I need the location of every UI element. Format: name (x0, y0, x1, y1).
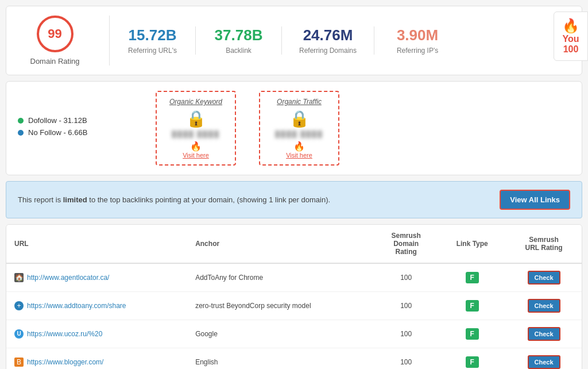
referring-domains-label: Referring Domains (299, 47, 357, 55)
backlinks-table-container: URL Anchor SemrushDomainRating Link Type… (6, 224, 582, 369)
url-link[interactable]: https://www.ucoz.ru/%20 (27, 330, 102, 338)
referring-ips-label: Referring IP's (397, 47, 438, 55)
url-icon: + (14, 301, 24, 310)
cell-check: Check (506, 263, 582, 292)
table-header-row: URL Anchor SemrushDomainRating Link Type… (6, 225, 582, 263)
flame-icon-traffic: 🔥 (293, 141, 305, 152)
dofollow-item: Dofollow - 31.12B (18, 116, 133, 125)
view-all-links-button[interactable]: View All Links (500, 190, 570, 210)
cell-link-type: F (438, 292, 506, 320)
backlink-value: 37.78B (215, 26, 263, 44)
cell-anchor: zero-trust BeyondCorp security model (187, 292, 374, 320)
table-row: + https://www.addtoany.com/share zero-tr… (6, 292, 582, 320)
backlink-stat: 37.78B Backlink (196, 26, 282, 55)
right-score: 100 (563, 44, 579, 55)
middle-card: Dofollow - 31.12B No Follow - 6.66B Orga… (6, 81, 582, 175)
url-link[interactable]: http://www.agentlocator.ca/ (27, 274, 109, 282)
referring-domains-stat: 24.76M Referring Domains (282, 26, 374, 55)
table-body: 🏠 http://www.agentlocator.ca/ AddToAny f… (6, 263, 582, 369)
col-anchor: Anchor (187, 225, 374, 263)
dofollow-dot (18, 118, 24, 124)
cell-anchor: English (187, 348, 374, 370)
backlink-label: Backlink (226, 47, 252, 55)
lock-icon: 🔒 (186, 109, 206, 128)
nofollow-dot (18, 130, 24, 136)
nofollow-item: No Follow - 6.66B (18, 128, 133, 137)
cell-link-type: F (438, 348, 506, 370)
table-row: 🏠 http://www.agentlocator.ca/ AddToAny f… (6, 263, 582, 292)
url-link[interactable]: https://www.addtoany.com/share (27, 302, 126, 310)
cell-check: Check (506, 348, 582, 370)
backlinks-table: URL Anchor SemrushDomainRating Link Type… (6, 225, 582, 369)
url-icon: U (14, 329, 24, 339)
check-button[interactable]: Check (528, 327, 560, 341)
visit-here-button-keyword[interactable]: Visit here (183, 152, 209, 159)
visit-here-button-traffic[interactable]: Visit here (286, 152, 312, 159)
alert-banner: This report is limited to the top backli… (6, 181, 582, 218)
link-type-badge: F (466, 300, 479, 312)
right-panel: 🔥 You 100 (554, 11, 588, 61)
url-link[interactable]: https://www.blogger.com/ (27, 358, 103, 366)
cell-url: 🏠 http://www.agentlocator.ca/ (6, 263, 187, 292)
referring-urls-label: Referring URL's (128, 47, 177, 55)
col-url: URL (6, 225, 187, 263)
check-button[interactable]: Check (528, 355, 560, 369)
url-icon: B (14, 358, 24, 367)
cell-semrush-domain: 100 (374, 348, 438, 370)
stats-card: 99 Domain Rating 15.72B Referring URL's … (6, 6, 582, 75)
referring-urls-stat: 15.72B Referring URL's (110, 26, 196, 55)
check-button[interactable]: Check (528, 299, 560, 313)
link-type-badge: F (466, 356, 479, 368)
blurred-data: ████ ████ (172, 130, 219, 137)
table-row: U https://www.ucoz.ru/%20 Google 100 F C… (6, 320, 582, 348)
cell-url: B https://www.blogger.com/ (6, 348, 187, 370)
organic-traffic-widget: Organic Traffic 🔒 ████ ████ 🔥 Visit here (259, 91, 339, 166)
referring-ips-stat: 3.90M Referring IP's (374, 26, 461, 55)
cell-check: Check (506, 320, 582, 348)
cell-link-type: F (438, 320, 506, 348)
link-type-badge: F (466, 272, 479, 283)
url-icon: 🏠 (14, 273, 24, 282)
domain-rating-section: 99 Domain Rating (18, 16, 110, 66)
cell-semrush-domain: 100 (374, 292, 438, 320)
organic-keyword-title: Organic Keyword (169, 98, 222, 106)
right-you-text: You (562, 34, 579, 44)
domain-rating-circle: 99 (37, 16, 74, 52)
cell-semrush-domain: 100 (374, 320, 438, 348)
domain-rating-label: Domain Rating (30, 57, 80, 66)
cell-anchor: Google (187, 320, 374, 348)
cell-url: U https://www.ucoz.ru/%20 (6, 320, 187, 348)
alert-text: This report is limited to the top backli… (18, 195, 488, 204)
organic-keyword-widget: Organic Keyword 🔒 ████ ████ 🔥 Visit here (156, 91, 236, 166)
cell-url: + https://www.addtoany.com/share (6, 292, 187, 320)
domain-rating-value: 99 (48, 26, 61, 41)
referring-ips-value: 3.90M (397, 26, 438, 44)
dofollow-label: Dofollow - 31.12B (28, 116, 87, 125)
dofollow-section: Dofollow - 31.12B No Follow - 6.66B (18, 116, 133, 140)
link-type-badge: F (466, 328, 479, 340)
flame-icon: 🔥 (190, 141, 202, 152)
table-row: B https://www.blogger.com/ English 100 F… (6, 348, 582, 370)
col-link-type: Link Type (438, 225, 506, 263)
cell-link-type: F (438, 263, 506, 292)
cell-anchor: AddToAny for Chrome (187, 263, 374, 292)
lock-icon-traffic: 🔒 (289, 109, 310, 128)
col-semrush-url: SemrushURL Rating (506, 225, 582, 263)
organic-traffic-title: Organic Traffic (277, 98, 322, 106)
blurred-data-traffic: ████ ████ (275, 130, 323, 137)
right-flame-icon: 🔥 (562, 18, 579, 34)
check-button[interactable]: Check (528, 271, 560, 285)
referring-urls-value: 15.72B (129, 26, 177, 44)
cell-check: Check (506, 292, 582, 320)
referring-domains-value: 24.76M (303, 26, 353, 44)
nofollow-label: No Follow - 6.66B (28, 128, 87, 137)
col-semrush-domain: SemrushDomainRating (374, 225, 438, 263)
cell-semrush-domain: 100 (374, 263, 438, 292)
